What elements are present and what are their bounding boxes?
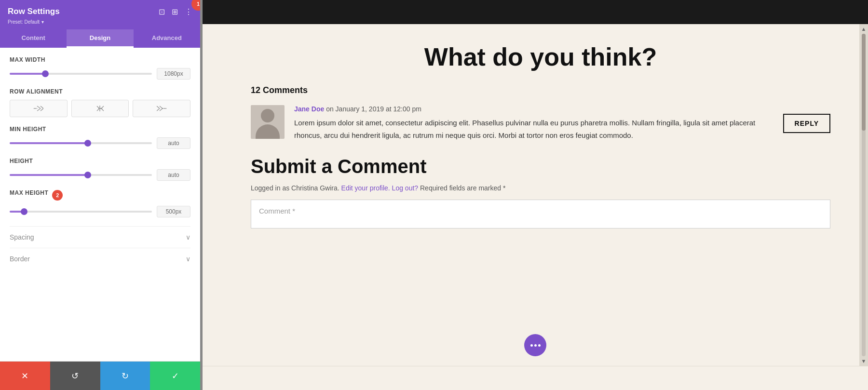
max-height-track[interactable] [10,211,152,213]
row-alignment-label: Row Alignment [10,88,190,95]
min-height-label: Min Height [10,126,190,133]
svg-line-3 [41,106,43,108]
left-panel: Row Settings ⊡ ⊞ ⋮ Preset: Default ▾ 1 C… [0,0,200,390]
max-height-section: Max Height 2 500px [10,189,190,217]
max-height-slider-row: 500px [10,206,190,217]
min-height-value[interactable]: auto [157,137,190,149]
scroll-up-arrow[interactable]: ▲ [861,26,867,32]
right-bottom-bar [203,366,868,390]
avatar [251,105,285,139]
svg-line-1 [37,106,41,108]
dots-fab-button[interactable] [524,334,546,356]
svg-line-13 [160,108,163,111]
align-left-icon [34,105,43,112]
page-heading: What do you think? [251,43,830,71]
align-right-button[interactable] [133,100,190,117]
max-width-track[interactable] [10,73,152,75]
max-width-value[interactable]: 1080px [157,68,190,80]
max-width-slider-row: 1080px [10,68,190,80]
align-left-button[interactable] [10,100,68,117]
panel-tabs: Content Design Advanced [0,29,200,48]
svg-line-15 [157,108,160,111]
height-value[interactable]: auto [157,169,190,181]
border-label: Border [10,255,30,263]
svg-line-4 [41,108,43,111]
min-height-section: Min Height auto [10,126,190,149]
height-section: Height auto [10,158,190,181]
spacing-header[interactable]: Spacing ∨ [10,233,190,241]
tab-design[interactable]: Design [67,29,133,48]
spacing-section: Spacing ∨ [10,226,190,248]
scroll-down-arrow[interactable]: ▼ [861,358,867,364]
tab-advanced[interactable]: Advanced [134,29,200,48]
commenter-name: Jane Doe [294,105,324,113]
cancel-button[interactable]: ✕ [0,362,50,390]
submit-heading: Submit a Comment [251,156,830,177]
undo-button[interactable]: ↺ [50,362,100,390]
svg-line-10 [101,108,104,111]
panel-header: Row Settings ⊡ ⊞ ⋮ Preset: Default ▾ 1 [0,0,200,29]
height-slider-row: auto [10,169,190,181]
logout-link[interactable]: Log out? [392,184,419,192]
comment-meta: Jane Doe on January 1, 2019 at 12:00 pm [294,105,773,113]
spacing-chevron-icon: ∨ [186,233,190,241]
main-content: What do you think? 12 Comments Jane Doe … [203,24,859,366]
comment-date: on January 1, 2019 at 12:00 pm [324,105,421,113]
edit-profile-link[interactable]: Edit your profile. [341,184,390,192]
fab-dots [530,344,541,347]
reply-button[interactable]: REPLY [783,114,830,133]
maximize-icon[interactable]: ⊡ [159,7,165,16]
tab-content[interactable]: Content [0,29,67,48]
right-panel: What do you think? 12 Comments Jane Doe … [203,0,868,390]
panel-footer: ✕ ↺ ↻ ✓ [0,361,200,390]
border-header[interactable]: Border ∨ [10,255,190,263]
preset-chevron-icon: ▾ [41,19,44,25]
max-width-label: Max Width [10,56,190,63]
max-width-section: Max Width 1080px [10,56,190,80]
align-center-button[interactable] [71,100,129,117]
align-buttons [10,100,190,117]
align-right-icon [157,105,166,112]
border-section: Border ∨ [10,248,190,269]
columns-icon[interactable]: ⊞ [172,7,178,16]
badge-2: 2 [52,190,63,201]
align-center-icon [95,105,105,112]
redo-button[interactable]: ↻ [100,362,150,390]
min-height-track[interactable] [10,142,152,144]
comment-text: Lorem ipsum dolor sit amet, consectetur … [294,117,773,141]
max-height-value[interactable]: 500px [157,206,190,217]
row-alignment-section: Row Alignment [10,88,190,117]
svg-line-7 [97,106,99,108]
comments-count: 12 Comments [251,85,830,95]
height-label: Height [10,158,190,164]
logged-in-text: Logged in as Christina Gwira. Edit your … [251,184,830,192]
svg-line-9 [101,106,104,108]
more-options-icon[interactable]: ⋮ [185,7,192,16]
save-button[interactable]: ✓ [150,362,200,390]
top-bar [203,0,868,24]
required-text: Required fields are marked * [420,184,505,192]
min-height-slider-row: auto [10,137,190,149]
panel-body: Max Width 1080px Row Alignment [0,48,200,361]
svg-line-14 [157,106,160,108]
panel-title: Row Settings [8,7,60,16]
spacing-label: Spacing [10,233,34,241]
svg-line-8 [97,108,99,111]
header-icons: ⊡ ⊞ ⋮ [159,7,192,16]
preset-label[interactable]: Preset: Default ▾ 1 [8,19,192,25]
comment-body: Jane Doe on January 1, 2019 at 12:00 pm … [294,105,773,141]
border-chevron-icon: ∨ [186,255,190,263]
comment-block: Jane Doe on January 1, 2019 at 12:00 pm … [251,105,830,141]
svg-line-2 [37,108,41,111]
scrollbar-thumb[interactable] [862,34,866,131]
comment-input[interactable]: Comment * [251,200,830,229]
scrollbar-track [862,34,866,356]
svg-line-12 [160,106,163,108]
scrollbar: ▲ ▼ [859,24,868,366]
height-track[interactable] [10,174,152,176]
badge-1: 1 [191,0,200,11]
max-height-label: Max Height [10,189,48,196]
